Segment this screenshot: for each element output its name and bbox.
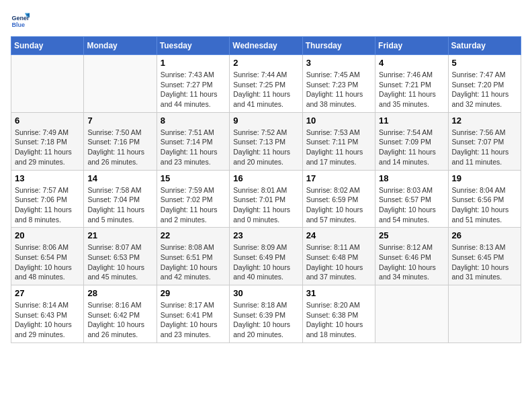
- day-number: 10: [306, 116, 371, 126]
- day-info: Sunrise: 7:57 AMSunset: 7:06 PMDaylight:…: [15, 185, 80, 225]
- week-row-1: 1Sunrise: 7:43 AMSunset: 7:27 PMDaylight…: [11, 55, 521, 113]
- calendar-cell: 23Sunrise: 8:09 AMSunset: 6:49 PMDayligh…: [230, 228, 302, 285]
- calendar-cell: 9Sunrise: 7:52 AMSunset: 7:13 PMDaylight…: [230, 112, 302, 170]
- day-info: Sunrise: 8:01 AMSunset: 7:01 PMDaylight:…: [233, 185, 298, 225]
- calendar-cell: [375, 285, 448, 343]
- header-cell-saturday: Saturday: [448, 37, 521, 55]
- day-number: 17: [306, 173, 371, 183]
- day-info: Sunrise: 8:08 AMSunset: 6:51 PMDaylight:…: [161, 242, 226, 282]
- day-info: Sunrise: 7:56 AMSunset: 7:07 PMDaylight:…: [452, 128, 517, 167]
- day-number: 25: [379, 230, 444, 240]
- day-number: 28: [87, 288, 152, 298]
- calendar-cell: 10Sunrise: 7:53 AMSunset: 7:11 PMDayligh…: [302, 112, 375, 170]
- header-cell-wednesday: Wednesday: [230, 37, 302, 55]
- day-info: Sunrise: 7:47 AMSunset: 7:20 PMDaylight:…: [452, 70, 517, 109]
- day-number: 1: [161, 58, 226, 68]
- calendar-cell: 4Sunrise: 7:46 AMSunset: 7:21 PMDaylight…: [375, 55, 448, 113]
- calendar-header: SundayMondayTuesdayWednesdayThursdayFrid…: [11, 37, 521, 55]
- day-info: Sunrise: 7:54 AMSunset: 7:09 PMDaylight:…: [379, 128, 444, 167]
- day-number: 30: [233, 288, 298, 298]
- day-info: Sunrise: 8:18 AMSunset: 6:39 PMDaylight:…: [233, 300, 298, 340]
- calendar-cell: 17Sunrise: 8:02 AMSunset: 6:59 PMDayligh…: [302, 170, 375, 228]
- day-number: 2: [233, 58, 298, 68]
- day-info: Sunrise: 7:59 AMSunset: 7:02 PMDaylight:…: [161, 185, 226, 225]
- calendar-cell: 20Sunrise: 8:06 AMSunset: 6:54 PMDayligh…: [11, 228, 84, 285]
- day-info: Sunrise: 7:58 AMSunset: 7:04 PMDaylight:…: [87, 185, 152, 225]
- calendar-body: 1Sunrise: 7:43 AMSunset: 7:27 PMDaylight…: [11, 55, 521, 343]
- day-info: Sunrise: 8:06 AMSunset: 6:54 PMDaylight:…: [15, 242, 80, 282]
- day-info: Sunrise: 7:44 AMSunset: 7:25 PMDaylight:…: [233, 70, 298, 109]
- day-number: 12: [452, 116, 517, 126]
- calendar-cell: 31Sunrise: 8:20 AMSunset: 6:38 PMDayligh…: [302, 285, 375, 343]
- calendar-cell: 25Sunrise: 8:12 AMSunset: 6:46 PMDayligh…: [375, 228, 448, 285]
- day-number: 24: [306, 230, 371, 240]
- day-info: Sunrise: 8:20 AMSunset: 6:38 PMDaylight:…: [306, 300, 371, 340]
- calendar-cell: 22Sunrise: 8:08 AMSunset: 6:51 PMDayligh…: [157, 228, 229, 285]
- day-number: 5: [452, 58, 517, 68]
- day-number: 13: [15, 173, 80, 183]
- day-number: 11: [379, 116, 444, 126]
- day-info: Sunrise: 8:02 AMSunset: 6:59 PMDaylight:…: [306, 185, 371, 225]
- day-number: 14: [87, 173, 152, 183]
- calendar-cell: 13Sunrise: 7:57 AMSunset: 7:06 PMDayligh…: [11, 170, 84, 228]
- calendar-cell: 19Sunrise: 8:04 AMSunset: 6:56 PMDayligh…: [448, 170, 521, 228]
- day-info: Sunrise: 7:51 AMSunset: 7:14 PMDaylight:…: [161, 128, 226, 167]
- page-header: General Blue: [11, 11, 521, 30]
- header-cell-sunday: Sunday: [11, 37, 84, 55]
- calendar-cell: 5Sunrise: 7:47 AMSunset: 7:20 PMDaylight…: [448, 55, 521, 113]
- day-info: Sunrise: 8:12 AMSunset: 6:46 PMDaylight:…: [379, 242, 444, 282]
- header-cell-thursday: Thursday: [302, 37, 375, 55]
- calendar-cell: 15Sunrise: 7:59 AMSunset: 7:02 PMDayligh…: [157, 170, 229, 228]
- day-number: 18: [379, 173, 444, 183]
- calendar-cell: 7Sunrise: 7:50 AMSunset: 7:16 PMDaylight…: [84, 112, 157, 170]
- week-row-3: 13Sunrise: 7:57 AMSunset: 7:06 PMDayligh…: [11, 170, 521, 228]
- logo: General Blue: [11, 11, 32, 30]
- calendar-cell: 16Sunrise: 8:01 AMSunset: 7:01 PMDayligh…: [230, 170, 302, 228]
- day-number: 31: [306, 288, 371, 298]
- calendar-table: SundayMondayTuesdayWednesdayThursdayFrid…: [11, 36, 521, 343]
- day-number: 23: [233, 230, 298, 240]
- header-cell-friday: Friday: [375, 37, 448, 55]
- day-info: Sunrise: 8:07 AMSunset: 6:53 PMDaylight:…: [87, 242, 152, 282]
- day-info: Sunrise: 8:04 AMSunset: 6:56 PMDaylight:…: [452, 185, 517, 225]
- day-info: Sunrise: 8:14 AMSunset: 6:43 PMDaylight:…: [15, 300, 80, 340]
- calendar-cell: 26Sunrise: 8:13 AMSunset: 6:45 PMDayligh…: [448, 228, 521, 285]
- day-number: 27: [15, 288, 80, 298]
- day-number: 19: [452, 173, 517, 183]
- day-info: Sunrise: 7:49 AMSunset: 7:18 PMDaylight:…: [15, 128, 80, 167]
- calendar-cell: 14Sunrise: 7:58 AMSunset: 7:04 PMDayligh…: [84, 170, 157, 228]
- calendar-cell: 29Sunrise: 8:17 AMSunset: 6:41 PMDayligh…: [157, 285, 229, 343]
- calendar-cell: [84, 55, 157, 113]
- day-info: Sunrise: 8:09 AMSunset: 6:49 PMDaylight:…: [233, 242, 298, 282]
- calendar-cell: 27Sunrise: 8:14 AMSunset: 6:43 PMDayligh…: [11, 285, 84, 343]
- day-number: 29: [161, 288, 226, 298]
- day-info: Sunrise: 7:45 AMSunset: 7:23 PMDaylight:…: [306, 70, 371, 109]
- day-number: 15: [161, 173, 226, 183]
- svg-text:Blue: Blue: [11, 21, 25, 28]
- calendar-cell: 1Sunrise: 7:43 AMSunset: 7:27 PMDaylight…: [157, 55, 229, 113]
- calendar-cell: 11Sunrise: 7:54 AMSunset: 7:09 PMDayligh…: [375, 112, 448, 170]
- calendar-cell: 18Sunrise: 8:03 AMSunset: 6:57 PMDayligh…: [375, 170, 448, 228]
- calendar-cell: [448, 285, 521, 343]
- day-number: 22: [161, 230, 226, 240]
- calendar-cell: 3Sunrise: 7:45 AMSunset: 7:23 PMDaylight…: [302, 55, 375, 113]
- day-number: 8: [161, 116, 226, 126]
- calendar-cell: 8Sunrise: 7:51 AMSunset: 7:14 PMDaylight…: [157, 112, 229, 170]
- day-number: 16: [233, 173, 298, 183]
- day-number: 3: [306, 58, 371, 68]
- day-info: Sunrise: 7:50 AMSunset: 7:16 PMDaylight:…: [87, 128, 152, 167]
- calendar-cell: 21Sunrise: 8:07 AMSunset: 6:53 PMDayligh…: [84, 228, 157, 285]
- calendar-cell: 6Sunrise: 7:49 AMSunset: 7:18 PMDaylight…: [11, 112, 84, 170]
- week-row-4: 20Sunrise: 8:06 AMSunset: 6:54 PMDayligh…: [11, 228, 521, 285]
- calendar-cell: [11, 55, 84, 113]
- day-info: Sunrise: 7:43 AMSunset: 7:27 PMDaylight:…: [161, 70, 226, 109]
- logo-icon: General Blue: [11, 11, 30, 30]
- day-number: 9: [233, 116, 298, 126]
- header-row: SundayMondayTuesdayWednesdayThursdayFrid…: [11, 37, 521, 55]
- day-info: Sunrise: 7:46 AMSunset: 7:21 PMDaylight:…: [379, 70, 444, 109]
- day-info: Sunrise: 8:16 AMSunset: 6:42 PMDaylight:…: [87, 300, 152, 340]
- day-info: Sunrise: 8:11 AMSunset: 6:48 PMDaylight:…: [306, 242, 371, 282]
- day-info: Sunrise: 8:03 AMSunset: 6:57 PMDaylight:…: [379, 185, 444, 225]
- header-cell-tuesday: Tuesday: [157, 37, 229, 55]
- week-row-5: 27Sunrise: 8:14 AMSunset: 6:43 PMDayligh…: [11, 285, 521, 343]
